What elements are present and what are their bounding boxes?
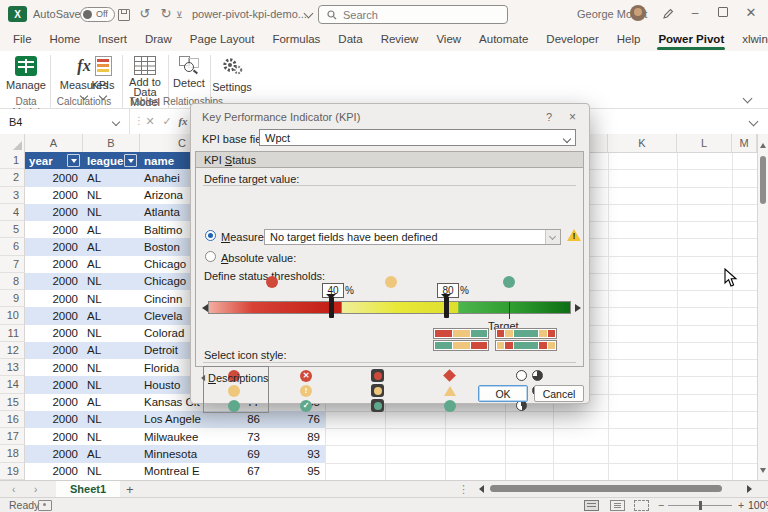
row-header-5[interactable]: 5 — [0, 221, 25, 238]
scroll-up-icon[interactable] — [760, 140, 766, 148]
add-sheet-icon[interactable]: + — [126, 482, 134, 497]
tab-xlwings[interactable]: xlwings — [733, 30, 768, 50]
table-cell[interactable]: 2000 — [25, 445, 83, 462]
table-cell[interactable]: NL — [83, 411, 140, 428]
table-cell[interactable]: 2000 — [25, 307, 83, 324]
horizontal-scroll-thumb[interactable] — [490, 485, 722, 492]
row-header-16[interactable]: 16 — [0, 411, 25, 428]
row-header-9[interactable]: 9 — [0, 290, 25, 307]
absolute-value-radio[interactable] — [205, 251, 216, 262]
row-header-13[interactable]: 13 — [0, 359, 25, 376]
collapse-ribbon-icon[interactable] — [743, 94, 753, 104]
column-header-B[interactable]: B — [83, 134, 140, 152]
icon-set-3-trafficlight-green[interactable] — [371, 399, 384, 412]
table-cell[interactable]: AL — [83, 238, 140, 255]
row-header-12[interactable]: 12 — [0, 342, 25, 359]
column-header-M[interactable]: M — [732, 134, 757, 152]
icon-set-2-symbol-green[interactable]: ✓ — [300, 400, 312, 412]
minimize-button[interactable]: – — [686, 4, 704, 22]
table-cell[interactable]: 2000 — [25, 273, 83, 290]
column-header-L[interactable]: L — [677, 134, 732, 152]
measure-radio[interactable] — [205, 230, 216, 241]
table-cell[interactable]: 2000 — [25, 290, 83, 307]
table-cell[interactable]: 67 — [225, 463, 265, 480]
tab-data[interactable]: Data — [329, 30, 371, 50]
row-header-14[interactable]: 14 — [0, 376, 25, 393]
dialog-help-icon[interactable]: ? — [546, 111, 552, 123]
kpi-status-tab[interactable]: KPI Status — [196, 152, 583, 168]
accessibility-checker-icon[interactable] — [38, 500, 52, 511]
filter-icon[interactable] — [67, 154, 80, 167]
threshold-pattern-2[interactable] — [495, 328, 557, 339]
tab-draw[interactable]: Draw — [136, 30, 181, 50]
table-cell[interactable]: AL — [83, 221, 140, 238]
table-cell[interactable]: NL — [83, 204, 140, 221]
row-header-2[interactable]: 2 — [0, 169, 25, 186]
tab-view[interactable]: View — [427, 30, 470, 50]
detect-button[interactable]: Detect — [170, 56, 208, 89]
table-cell[interactable]: 95 — [265, 463, 325, 480]
table-cell[interactable]: NL — [83, 376, 140, 393]
threshold-pattern-1[interactable] — [433, 328, 489, 339]
table-cell[interactable]: NL — [83, 463, 140, 480]
table-cell[interactable]: 2000 — [25, 204, 83, 221]
row-header-7[interactable]: 7 — [0, 256, 25, 273]
table-header-league[interactable]: league — [83, 152, 140, 169]
zoom-slider-knob[interactable] — [699, 501, 702, 510]
table-cell[interactable]: AL — [83, 256, 140, 273]
table-cell[interactable]: 89 — [265, 428, 325, 445]
table-cell[interactable]: Los Angele — [140, 411, 225, 428]
avatar[interactable] — [630, 5, 646, 21]
tab-page-layout[interactable]: Page Layout — [181, 30, 264, 50]
icon-set-1-circle-yellow[interactable] — [228, 385, 240, 397]
ok-button[interactable]: OK — [478, 385, 528, 402]
table-cell[interactable]: 2000 — [25, 394, 83, 411]
table-cell[interactable]: 93 — [265, 445, 325, 462]
table-cell[interactable]: 69 — [225, 445, 265, 462]
cancel-entry-icon[interactable]: ✕ — [143, 114, 157, 128]
table-cell[interactable]: 76 — [265, 411, 325, 428]
vertical-scrollbar[interactable] — [757, 134, 768, 480]
zoom-in-icon[interactable]: + — [738, 499, 744, 511]
row-header-3[interactable]: 3 — [0, 187, 25, 204]
table-cell[interactable]: NL — [83, 290, 140, 307]
zoom-out-icon[interactable]: − — [658, 499, 664, 511]
table-cell[interactable]: NL — [83, 359, 140, 376]
document-title[interactable]: power-pivot-kpi-demo... — [192, 8, 307, 20]
normal-view-button[interactable] — [584, 500, 599, 511]
icon-set-2-symbol-yellow[interactable]: ! — [300, 385, 312, 397]
table-cell[interactable]: NL — [83, 187, 140, 204]
kpis-button[interactable]: KPIs — [84, 56, 122, 99]
autosave-toggle[interactable]: Off — [80, 7, 115, 22]
page-break-view-button[interactable] — [634, 500, 649, 511]
icon-set-5-pie-empty[interactable] — [516, 370, 527, 381]
redo-icon[interactable]: ↻ — [158, 6, 174, 22]
excel-app-icon[interactable]: X — [8, 6, 27, 22]
formula-bar-expand-icon[interactable] — [749, 117, 759, 127]
icon-set-1-circle-green[interactable] — [228, 400, 240, 412]
tab-help[interactable]: Help — [608, 30, 650, 50]
table-cell[interactable]: Montreal E — [140, 463, 225, 480]
pen-icon[interactable] — [662, 8, 674, 20]
select-all-corner[interactable] — [0, 134, 25, 152]
icon-set-3-trafficlight-red[interactable] — [371, 369, 384, 382]
tab-insert[interactable]: Insert — [89, 30, 136, 50]
table-cell[interactable]: 2000 — [25, 169, 83, 186]
vertical-scroll-thumb[interactable] — [760, 156, 766, 204]
quick-access-more-icon[interactable]: ⊻ — [176, 10, 183, 20]
row-header-10[interactable]: 10 — [0, 307, 25, 324]
dialog-close-icon[interactable]: × — [569, 110, 576, 124]
icon-set-3-trafficlight-yellow[interactable] — [371, 384, 384, 397]
row-header-8[interactable]: 8 — [0, 273, 25, 290]
measure-select[interactable]: No target fields have been defined — [264, 229, 561, 245]
confirm-entry-icon[interactable]: ✓ — [160, 114, 174, 128]
settings-button[interactable]: Settings — [212, 56, 252, 93]
icon-set-5-pie-three-quarter[interactable] — [532, 370, 543, 381]
table-cell[interactable]: NL — [83, 428, 140, 445]
table-cell[interactable]: 2000 — [25, 359, 83, 376]
save-icon[interactable] — [118, 9, 130, 21]
table-cell[interactable]: Minnesota — [140, 445, 225, 462]
row-header-15[interactable]: 15 — [0, 394, 25, 411]
table-cell[interactable]: 2000 — [25, 187, 83, 204]
table-cell[interactable]: Milwaukee — [140, 428, 225, 445]
